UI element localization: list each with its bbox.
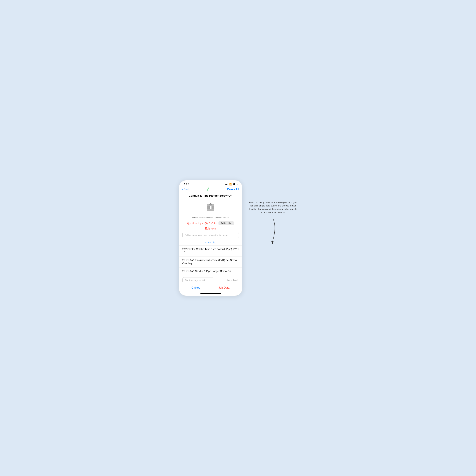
svg-point-6 [210, 203, 211, 204]
toolbar-row: Qty Size Lgth Qty: ' Color Add to List [179, 220, 242, 226]
status-icons: 📶 [225, 183, 238, 186]
product-image [204, 202, 217, 214]
arrow-icon [263, 218, 284, 245]
edit-input[interactable]: Edit or paste your item or hide the keyb… [182, 232, 239, 238]
home-indicator [179, 291, 242, 296]
wifi-icon: 📶 [229, 183, 232, 186]
fix-item-placeholder: Fix item in your list [185, 279, 205, 282]
signal-icon [225, 183, 228, 185]
image-disclaimer: "Image may differ depending on Manufactu… [179, 216, 242, 220]
tab-cables[interactable]: Cables [191, 286, 200, 289]
nav-bar: ‹ Back Delete All [179, 187, 242, 193]
share-icon [206, 187, 210, 191]
phone-frame: 8:12 📶 ‹ Back [179, 180, 242, 296]
status-bar: 8:12 📶 [179, 180, 242, 187]
tag-qty[interactable]: Qty [187, 222, 191, 224]
fix-item-input[interactable]: Fix item in your list [182, 277, 213, 283]
back-label: Back [184, 188, 190, 191]
tag-lgth[interactable]: Lgth [198, 222, 203, 224]
annotation-arrow [249, 218, 297, 245]
tab-job-data[interactable]: Job Data [219, 286, 229, 289]
status-time: 8:12 [184, 183, 189, 186]
outer-wrapper: 8:12 📶 ‹ Back [147, 170, 329, 306]
share-button[interactable] [206, 187, 210, 191]
bottom-section: Fix item in your list Send back Cables J… [179, 275, 242, 291]
svg-marker-7 [271, 241, 274, 244]
send-back-button[interactable]: Send back [227, 279, 239, 282]
product-image-area [179, 199, 242, 216]
edit-input-placeholder: Edit or paste your item or hide the keyb… [185, 234, 228, 236]
edit-item-button[interactable]: Edit Item [179, 226, 242, 232]
list-container: 200' Electric Metallic Tube EMT Conduit … [179, 245, 242, 275]
product-title: Conduit & Pipe Hanger Screw-On [179, 193, 242, 199]
bottom-tabs: Cables Job Data [182, 285, 239, 290]
add-to-list-button[interactable]: Add to List [219, 221, 234, 225]
svg-rect-0 [208, 189, 209, 191]
tag-color[interactable]: Color [211, 222, 217, 224]
battery-icon [233, 183, 238, 185]
tag-qty-tick[interactable]: Qty: ' [204, 222, 210, 224]
annotation-text: Main List ready to be sent. Before you s… [249, 201, 297, 214]
list-item[interactable]: 25 pcs 3/4" Conduit & Pipe Hanger Screw-… [179, 268, 242, 275]
fix-row: Fix item in your list Send back [182, 277, 239, 283]
back-button[interactable]: ‹ Back [182, 187, 190, 191]
tag-size[interactable]: Size [192, 222, 197, 224]
hanger-product-icon [205, 203, 216, 213]
list-item[interactable]: 25 pcs 3/4" Electric Metallic Tube (EMT)… [179, 256, 242, 268]
annotation-area: Main List ready to be sent. Before you s… [249, 180, 297, 245]
svg-rect-4 [207, 209, 214, 211]
chevron-left-icon: ‹ [182, 187, 183, 191]
delete-all-button[interactable]: Delete All [227, 188, 239, 191]
home-bar [200, 293, 221, 294]
main-list-label[interactable]: Main List [179, 240, 242, 245]
list-item[interactable]: 200' Electric Metallic Tube EMT Conduit … [179, 245, 242, 256]
